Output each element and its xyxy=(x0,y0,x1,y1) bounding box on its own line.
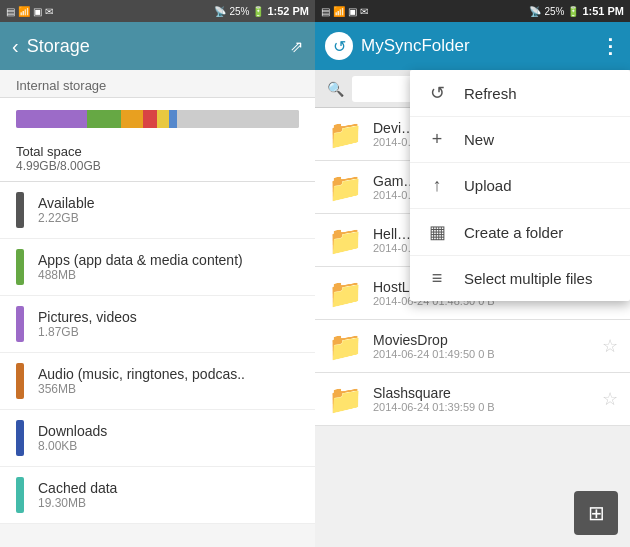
refresh-icon: ↺ xyxy=(426,82,448,104)
item-name: Cached data xyxy=(38,480,299,496)
dropdown-item-upload[interactable]: ↑ Upload xyxy=(410,163,630,209)
folder-icon: 📁 xyxy=(328,383,363,416)
color-apps xyxy=(16,249,24,285)
list-item[interactable]: Audio (music, ringtones, podcas.. 356MB xyxy=(0,353,315,410)
total-value: 4.99GB/8.00GB xyxy=(16,159,299,173)
right-page-title: MySyncFolder xyxy=(361,36,592,56)
file-info: Slashsquare 2014-06-24 01:39:59 0 B xyxy=(373,385,592,413)
left-toolbar: ‹ Storage ⇗ xyxy=(0,22,315,70)
list-item[interactable]: Pictures, videos 1.87GB xyxy=(0,296,315,353)
file-date: 2014-06-24 01:49:50 0 B xyxy=(373,348,592,360)
bar-downloads xyxy=(157,110,168,128)
file-date: 2014-06-24 01:39:59 0 B xyxy=(373,401,592,413)
list-item[interactable]: Apps (app data & media content) 488MB xyxy=(0,239,315,296)
color-downloads xyxy=(16,420,24,456)
signal-icon: 📶 xyxy=(18,6,30,17)
item-size: 2.22GB xyxy=(38,211,299,225)
left-time: 1:52 PM xyxy=(267,5,309,17)
list-item[interactable]: Downloads 8.00KB xyxy=(0,410,315,467)
left-page-title: Storage xyxy=(27,36,290,57)
dropdown-item-create-folder[interactable]: ▦ Create a folder xyxy=(410,209,630,256)
fab-icon: ⊞ xyxy=(588,501,605,525)
folder-icon-wrap: 📁 xyxy=(327,275,363,311)
storage-bar xyxy=(16,110,299,128)
item-info-apps: Apps (app data & media content) 488MB xyxy=(38,252,299,282)
file-name: MoviesDrop xyxy=(373,332,592,348)
more-options-button[interactable]: ⋮ xyxy=(600,34,620,58)
r-notif-icon: ✉ xyxy=(360,6,368,17)
folder-icon-wrap: 📁 xyxy=(327,381,363,417)
item-name: Apps (app data & media content) xyxy=(38,252,299,268)
star-icon[interactable]: ☆ xyxy=(602,388,618,410)
item-size: 1.87GB xyxy=(38,325,299,339)
item-name: Downloads xyxy=(38,423,299,439)
folder-icon: 📁 xyxy=(328,224,363,257)
item-info-pics: Pictures, videos 1.87GB xyxy=(38,309,299,339)
search-icon: 🔍 xyxy=(327,81,344,97)
bar-apps xyxy=(87,110,121,128)
list-item[interactable]: 📁 Slashsquare 2014-06-24 01:39:59 0 B ☆ xyxy=(315,373,630,426)
refresh-label: Refresh xyxy=(464,85,517,102)
star-icon[interactable]: ☆ xyxy=(602,335,618,357)
folder-icon-wrap: 📁 xyxy=(327,169,363,205)
new-icon: + xyxy=(426,129,448,150)
r-battery-icon: 🔋 xyxy=(567,6,579,17)
left-content: Internal storage Total space 4.99GB/8.00… xyxy=(0,70,315,547)
r-wifi-signal: 📡 xyxy=(529,6,541,17)
left-status-icons: ▤ 📶 ▣ ✉ xyxy=(6,6,53,17)
section-header: Internal storage xyxy=(0,70,315,98)
bar-audio xyxy=(143,110,157,128)
folder-icon: 📁 xyxy=(328,277,363,310)
folder-icon-wrap: 📁 xyxy=(327,328,363,364)
fab-button[interactable]: ⊞ xyxy=(574,491,618,535)
item-size: 19.30MB xyxy=(38,496,299,510)
share-icon[interactable]: ⇗ xyxy=(290,37,303,56)
list-item[interactable]: 📁 MoviesDrop 2014-06-24 01:49:50 0 B ☆ xyxy=(315,320,630,373)
item-info-cached: Cached data 19.30MB xyxy=(38,480,299,510)
color-available xyxy=(16,192,24,228)
list-item[interactable]: Available 2.22GB xyxy=(0,182,315,239)
dropdown-item-select-multiple[interactable]: ≡ Select multiple files xyxy=(410,256,630,301)
select-multiple-icon: ≡ xyxy=(426,268,448,289)
back-button[interactable]: ‹ xyxy=(12,35,19,58)
storage-bar-container xyxy=(0,98,315,140)
select-multiple-label: Select multiple files xyxy=(464,270,592,287)
left-status-right: 📡 25% 🔋 1:52 PM xyxy=(214,5,309,17)
right-time: 1:51 PM xyxy=(582,5,624,17)
folder-icon: 📁 xyxy=(328,330,363,363)
bar-cached xyxy=(169,110,177,128)
r-sd-icon: ▣ xyxy=(348,6,357,17)
file-name: Slashsquare xyxy=(373,385,592,401)
bar-available xyxy=(16,110,87,128)
right-status-right: 📡 25% 🔋 1:51 PM xyxy=(529,5,624,17)
folder-icon-wrap: 📁 xyxy=(327,222,363,258)
dropdown-item-refresh[interactable]: ↺ Refresh xyxy=(410,70,630,117)
r-signal-icon: 📶 xyxy=(333,6,345,17)
left-battery-pct: 25% xyxy=(229,6,249,17)
left-status-bar: ▤ 📶 ▣ ✉ 📡 25% 🔋 1:52 PM xyxy=(0,0,315,22)
upload-icon: ↑ xyxy=(426,175,448,196)
dropdown-item-new[interactable]: + New xyxy=(410,117,630,163)
storage-total: Total space 4.99GB/8.00GB xyxy=(0,140,315,182)
upload-label: Upload xyxy=(464,177,512,194)
bar-pics xyxy=(121,110,144,128)
color-pics xyxy=(16,306,24,342)
right-toolbar: ↺ MySyncFolder ⋮ xyxy=(315,22,630,70)
right-status-bar: ▤ 📶 ▣ ✉ 📡 25% 🔋 1:51 PM xyxy=(315,0,630,22)
item-size: 356MB xyxy=(38,382,299,396)
wifi-icon: ▤ xyxy=(6,6,15,17)
item-size: 8.00KB xyxy=(38,439,299,453)
new-label: New xyxy=(464,131,494,148)
sd-icon: ▣ xyxy=(33,6,42,17)
color-cached xyxy=(16,477,24,513)
item-name: Pictures, videos xyxy=(38,309,299,325)
left-battery-icon: 🔋 xyxy=(252,6,264,17)
list-item[interactable]: Cached data 19.30MB xyxy=(0,467,315,524)
item-size: 488MB xyxy=(38,268,299,282)
file-info: MoviesDrop 2014-06-24 01:49:50 0 B xyxy=(373,332,592,360)
item-info-available: Available 2.22GB xyxy=(38,195,299,225)
left-panel: ▤ 📶 ▣ ✉ 📡 25% 🔋 1:52 PM ‹ Storage ⇗ Inte… xyxy=(0,0,315,547)
right-panel: ▤ 📶 ▣ ✉ 📡 25% 🔋 1:51 PM ↺ MySyncFolder ⋮… xyxy=(315,0,630,547)
create-folder-label: Create a folder xyxy=(464,224,563,241)
bar-free xyxy=(177,110,299,128)
